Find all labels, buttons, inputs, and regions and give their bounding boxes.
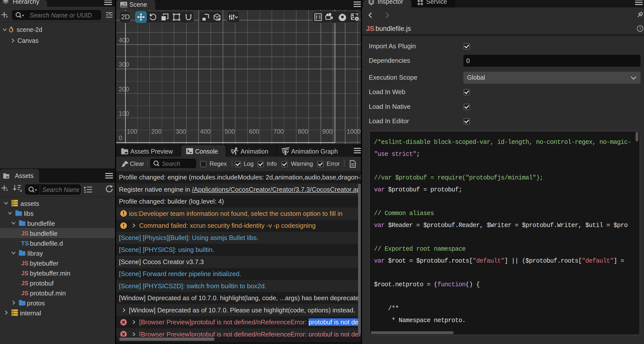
svg-text:?: ? bbox=[639, 26, 641, 31]
